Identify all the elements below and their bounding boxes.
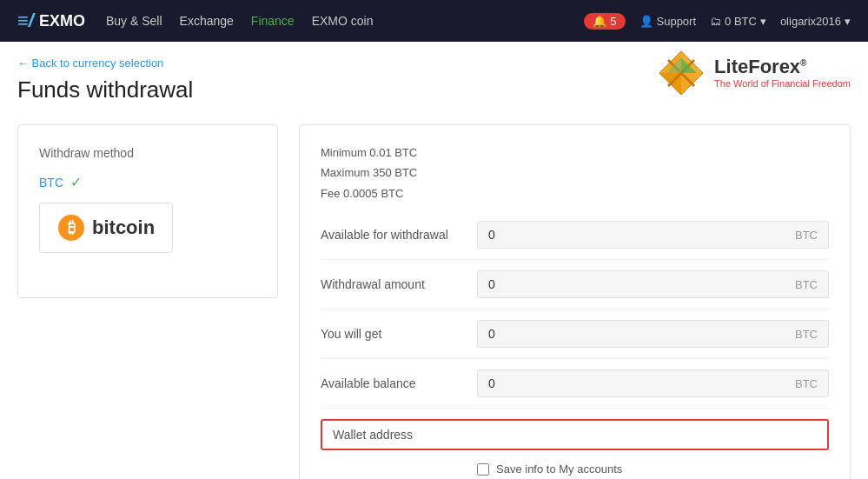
nav-right: 🔔 5 👤 Support 🗂 0 BTC ▾ oligarix2016 ▾ [584, 13, 851, 30]
user-chevron-icon: ▾ [845, 15, 851, 28]
info-minimum: Minimum 0.01 BTC [321, 143, 829, 163]
available-balance-value: 0 [488, 376, 495, 390]
available-withdrawal-value-box: 0 BTC [477, 221, 829, 249]
notification-count: 5 [610, 15, 616, 28]
withdrawal-amount-row: Withdrawal amount 0 BTC [321, 270, 829, 309]
withdrawal-amount-value-box[interactable]: 0 BTC [477, 270, 829, 298]
info-maximum: Maximum 350 BTC [321, 163, 829, 183]
liteforex-text-block: LiteForex® The World of Financial Freedo… [714, 57, 851, 89]
available-withdrawal-value: 0 [488, 228, 495, 242]
method-row: BTC ✓ [39, 174, 256, 190]
liteforex-tagline: The World of Financial Freedom [714, 78, 851, 89]
you-will-get-label: You will get [321, 327, 477, 341]
available-balance-label: Available balance [321, 376, 477, 390]
you-will-get-value-box: 0 BTC [477, 320, 829, 348]
logo-text: EXMO [39, 12, 85, 30]
notification-button[interactable]: 🔔 5 [584, 13, 625, 30]
wallet-address-input[interactable] [479, 421, 827, 449]
save-info-checkbox[interactable] [477, 463, 489, 476]
you-will-get-row: You will get 0 BTC [321, 320, 829, 359]
bitcoin-svg-icon: ₿ [57, 214, 85, 242]
page-content: ← Back to currency selection Funds withd… [0, 42, 868, 479]
page-title: Funds withdrawal [17, 77, 193, 103]
header-row: ← Back to currency selection Funds withd… [17, 56, 851, 124]
nav-balance[interactable]: 🗂 0 BTC ▾ [710, 15, 766, 28]
nav-user[interactable]: oligarix2016 ▾ [780, 15, 851, 28]
available-balance-value-box: 0 BTC [477, 369, 829, 397]
liteforex-diamond-icon [655, 47, 707, 99]
left-panel: Withdraw method BTC ✓ ₿ bitcoin [17, 124, 278, 298]
available-withdrawal-currency: BTC [795, 229, 818, 242]
wallet-nav-icon: 🗂 [710, 15, 721, 28]
balance-chevron-icon: ▾ [760, 15, 766, 28]
you-will-get-currency: BTC [795, 328, 818, 341]
info-fee: Fee 0.0005 BTC [321, 183, 829, 203]
withdrawal-amount-currency: BTC [795, 278, 818, 291]
right-panel: Minimum 0.01 BTC Maximum 350 BTC Fee 0.0… [299, 124, 851, 479]
info-block: Minimum 0.01 BTC Maximum 350 BTC Fee 0.0… [321, 143, 829, 203]
nav-exchange[interactable]: Exchange [180, 14, 234, 28]
bell-icon: 🔔 [593, 15, 606, 28]
available-withdrawal-row: Available for withdrawal 0 BTC [321, 221, 829, 260]
support-icon: 👤 [639, 15, 653, 28]
svg-text:₿: ₿ [68, 219, 76, 236]
liteforex-logo[interactable]: LiteForex® The World of Financial Freedo… [655, 47, 851, 99]
nav-finance[interactable]: Finance [251, 14, 295, 28]
title-block: ← Back to currency selection Funds withd… [17, 56, 193, 124]
wallet-address-row: Wallet address [321, 419, 829, 450]
check-icon: ✓ [70, 174, 82, 190]
nav-exmo-coin[interactable]: EXMO coin [312, 14, 374, 28]
nav-links: Buy & Sell Exchange Finance EXMO coin [106, 14, 563, 28]
save-info-row: Save info to My accounts [321, 462, 829, 476]
save-info-label[interactable]: Save info to My accounts [496, 462, 622, 476]
back-link[interactable]: ← Back to currency selection [17, 57, 163, 70]
available-balance-currency: BTC [795, 377, 818, 390]
nav-buy-sell[interactable]: Buy & Sell [106, 14, 162, 28]
withdrawal-amount-value: 0 [488, 277, 495, 291]
navbar: ≡/ EXMO Buy & Sell Exchange Finance EXMO… [0, 0, 868, 42]
bitcoin-label: bitcoin [92, 216, 155, 239]
selected-method-text: BTC [39, 176, 63, 190]
logo[interactable]: ≡/ EXMO [17, 10, 85, 32]
wallet-address-label: Wallet address [322, 421, 479, 449]
you-will-get-value: 0 [488, 327, 495, 341]
logo-icon: ≡/ [17, 10, 34, 32]
nav-support[interactable]: 👤 Support [639, 15, 697, 28]
bitcoin-logo-box[interactable]: ₿ bitcoin [39, 203, 173, 253]
available-withdrawal-label: Available for withdrawal [321, 228, 477, 242]
withdrawal-amount-label: Withdrawal amount [321, 277, 477, 291]
withdraw-method-label: Withdraw method [39, 146, 256, 160]
available-balance-row: Available balance 0 BTC [321, 369, 829, 409]
two-col-layout: Withdraw method BTC ✓ ₿ bitcoin Minimum … [17, 124, 851, 479]
liteforex-name: LiteForex® [714, 57, 851, 77]
